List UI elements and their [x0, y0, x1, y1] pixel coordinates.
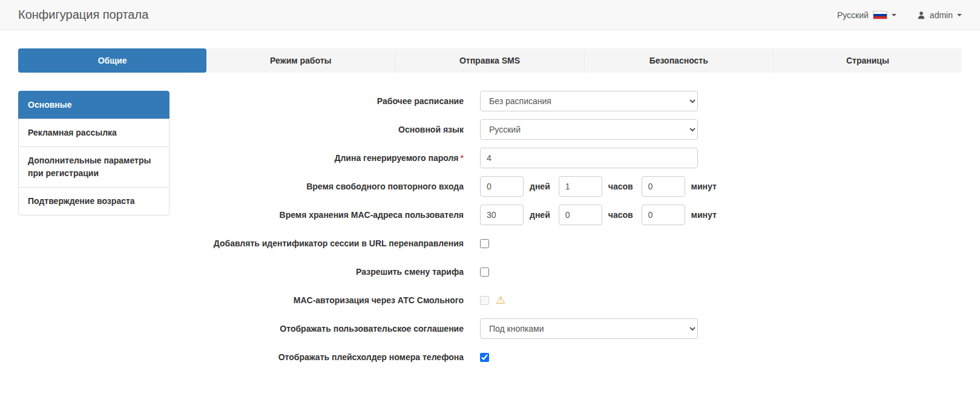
chevron-down-icon — [892, 14, 896, 16]
topbar: Конфигурация портала Русский admin — [0, 0, 980, 30]
topbar-right: Русский admin — [837, 10, 962, 20]
form-row: Рабочее расписание Без расписания — [191, 91, 962, 111]
mac-storage-minutes-input[interactable] — [642, 205, 685, 225]
form-row: Отображать плейсхолдер номера телефона — [191, 347, 962, 367]
hours-unit-label: часов — [608, 210, 633, 220]
free-reentry-hours-input[interactable] — [559, 176, 602, 197]
user-agreement-label: Отображать пользовательское соглашение — [191, 323, 480, 335]
required-asterisk: * — [461, 153, 464, 163]
user-dropdown[interactable]: admin — [917, 10, 962, 20]
form-row: Основной язык Русский — [191, 119, 962, 140]
main-container: Общие Режим работы Отправка SMS Безопасн… — [0, 30, 980, 393]
form-row: Время свободного повторного входа дней ч… — [191, 176, 962, 197]
mac-storage-label: Время хранения MAC-адреса пользователя — [191, 209, 480, 222]
form-row: Время хранения MAC-адреса пользователя д… — [191, 205, 962, 225]
main-language-label: Основной язык — [191, 123, 480, 136]
sidebar: Основные Рекламная рассылка Дополнительн… — [18, 91, 169, 215]
free-reentry-label: Время свободного повторного входа — [191, 180, 480, 193]
days-unit-label: дней — [530, 182, 550, 191]
minutes-unit-label: минут — [691, 210, 717, 220]
minutes-unit-label: минут — [691, 182, 717, 191]
form-row: MAC-авторизация через АТС Смольного ⚠ — [191, 290, 962, 310]
session-url-checkbox[interactable] — [480, 239, 489, 248]
mac-auth-label: MAC-авторизация через АТС Смольного — [191, 294, 480, 307]
form-row: Разрешить смену тарифа — [191, 261, 962, 282]
form-row: Длина генерируемого пароля* — [191, 148, 962, 168]
free-reentry-minutes-input[interactable] — [642, 176, 685, 197]
chevron-down-icon — [957, 14, 962, 16]
mac-auth-checkbox — [480, 296, 489, 305]
settings-form: Рабочее расписание Без расписания Основн… — [169, 91, 962, 375]
content: Основные Рекламная рассылка Дополнительн… — [18, 91, 962, 375]
tariff-change-checkbox[interactable] — [480, 268, 489, 277]
russian-flag-icon — [873, 11, 887, 19]
days-unit-label: дней — [530, 210, 550, 220]
sidebar-item-extra-registration-params[interactable]: Дополнительные параметры при регистрации — [18, 146, 169, 188]
form-row: Отображать пользовательское соглашение П… — [191, 318, 962, 339]
user-dropdown-label: admin — [930, 10, 953, 20]
tab-security[interactable]: Безопасность — [584, 48, 773, 73]
main-language-select[interactable]: Русский — [480, 119, 698, 140]
tab-bar: Общие Режим работы Отправка SMS Безопасн… — [18, 48, 962, 73]
user-icon — [917, 11, 926, 19]
password-length-label: Длина генерируемого пароля* — [191, 152, 480, 165]
form-row: Добавлять идентификатор сессии в URL пер… — [191, 233, 962, 254]
sidebar-item-main[interactable]: Основные — [18, 91, 169, 119]
sidebar-item-age-confirmation[interactable]: Подтверждение возраста — [18, 187, 169, 215]
mac-storage-days-input[interactable] — [480, 205, 524, 225]
warning-icon: ⚠ — [496, 295, 505, 306]
tariff-change-label: Разрешить смену тарифа — [191, 266, 480, 278]
mac-storage-hours-input[interactable] — [559, 205, 602, 225]
password-length-input[interactable] — [480, 148, 698, 168]
sidebar-item-ad-mailing[interactable]: Рекламная рассылка — [18, 119, 169, 147]
page-title: Конфигурация портала — [18, 8, 148, 22]
language-dropdown[interactable]: Русский — [837, 10, 896, 20]
phone-placeholder-label: Отображать плейсхолдер номера телефона — [191, 351, 480, 364]
tab-pages[interactable]: Страницы — [773, 48, 962, 73]
schedule-select[interactable]: Без расписания — [480, 91, 698, 111]
language-dropdown-label: Русский — [837, 10, 869, 20]
hours-unit-label: часов — [608, 182, 633, 191]
tab-sms-sending[interactable]: Отправка SMS — [395, 48, 584, 73]
phone-placeholder-checkbox[interactable] — [480, 353, 489, 362]
tab-general[interactable]: Общие — [18, 48, 206, 73]
tab-work-mode[interactable]: Режим работы — [206, 48, 395, 73]
free-reentry-days-input[interactable] — [480, 176, 524, 197]
schedule-label: Рабочее расписание — [191, 95, 480, 108]
user-agreement-select[interactable]: Под кнопками — [480, 318, 698, 339]
session-url-label: Добавлять идентификатор сессии в URL пер… — [191, 237, 480, 250]
